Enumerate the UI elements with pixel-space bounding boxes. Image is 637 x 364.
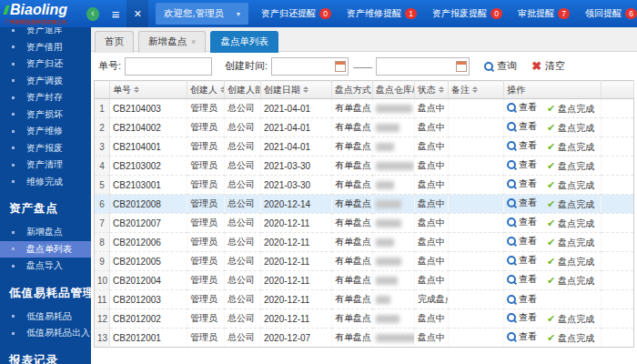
cell-creator: 管理员 <box>187 137 225 157</box>
view-button[interactable]: 查看 <box>507 273 537 286</box>
cell-creator: 管理员 <box>187 309 225 329</box>
cell-warehouse: 理点 <box>373 329 415 348</box>
view-button[interactable]: 查看 <box>507 120 537 133</box>
sidebar-item[interactable]: 资产归还 <box>0 56 91 73</box>
table-row[interactable]: 6CB2012008管理员总公司2020-12-14有单盘点盘点中查看✔盘点完成 <box>95 195 634 214</box>
cell-method: 有单盘点 <box>332 118 373 137</box>
view-button[interactable]: 查看 <box>507 139 537 152</box>
reminder-tab[interactable]: 领回提醒6 <box>585 7 637 20</box>
bullet-icon <box>12 147 15 149</box>
user-menu[interactable]: 欢迎您,管理员 ▾ <box>156 3 248 25</box>
complete-inventory-button[interactable]: ✔盘点完成 <box>547 198 594 211</box>
complete-inventory-button[interactable]: ✔盘点完成 <box>547 179 594 192</box>
table-row[interactable]: 9CB2012005管理员总公司2020-12-11有单盘点盘点中查看✔盘点完成 <box>95 252 634 271</box>
complete-inventory-button[interactable]: ✔盘点完成 <box>547 313 594 326</box>
sidebar-item[interactable]: 资产封存 <box>0 89 91 106</box>
view-button[interactable]: 查看 <box>507 101 537 114</box>
view-button[interactable]: 查看 <box>507 177 537 190</box>
sidebar-item[interactable]: 资产调拨 <box>0 73 91 90</box>
sort-icon <box>472 86 478 93</box>
view-button[interactable]: 查看 <box>507 158 537 171</box>
sidebar-item[interactable]: 资产损坏 <box>0 106 91 124</box>
sidebar-item[interactable]: 低值易耗品 <box>0 308 91 326</box>
reminder-tab[interactable]: 审批提醒7 <box>518 7 570 20</box>
complete-inventory-button[interactable]: ✔盘点完成 <box>547 103 594 116</box>
sidebar-section-title[interactable]: 资产盘点 <box>0 190 91 224</box>
table-row[interactable]: 2CB2104002管理员总公司2021-04-01有单盘点盘点中查看✔盘点完成 <box>95 118 634 137</box>
table-row[interactable]: 10CB2012004管理员总公司2020-12-11有单盘点盘点中查看✔盘点完… <box>95 271 634 290</box>
reminder-tab[interactable]: 资产维修提醒1 <box>347 7 417 20</box>
cell-status: 盘点中 <box>415 176 449 195</box>
complete-inventory-button[interactable]: ✔盘点完成 <box>547 256 594 268</box>
table-row[interactable]: 13CB2012001管理员总公司2020-12-07有单盘点理点盘点中查看✔盘… <box>95 329 634 348</box>
column-header[interactable]: 状态 <box>415 81 449 99</box>
complete-inventory-button[interactable]: ✔盘点完成 <box>547 275 594 288</box>
complete-inventory-button[interactable]: ✔盘点完成 <box>547 160 594 173</box>
cell-creator-dept: 总公司 <box>225 233 261 252</box>
cell-empty <box>602 214 634 233</box>
complete-inventory-button[interactable]: ✔盘点完成 <box>547 141 594 154</box>
content-tab[interactable]: 首页 <box>95 31 134 53</box>
reminder-tab[interactable]: 资产归还提醒0 <box>261 7 331 20</box>
complete-inventory-button[interactable]: ✔盘点完成 <box>547 217 594 230</box>
column-header[interactable]: 单号 <box>110 81 187 99</box>
sidebar-item[interactable]: 资产退库 <box>0 27 91 39</box>
view-button[interactable]: 查看 <box>507 254 537 267</box>
collapse-sidebar-icon[interactable]: ‹ <box>86 7 99 21</box>
table-row[interactable]: 12CB2012002管理员总公司2020-12-11有单盘点盘点中查看✔盘点完… <box>95 309 634 329</box>
table-row[interactable]: 8CB2012006管理员总公司2020-12-11有单盘点盘点中查看✔盘点完成 <box>95 233 634 252</box>
cell-warehouse <box>373 252 415 271</box>
sidebar-item[interactable]: 盘点单列表 <box>0 241 91 258</box>
sidebar-section-title[interactable]: 报表记录 <box>0 342 91 364</box>
cell-method: 有单盘点 <box>332 176 373 195</box>
sidebar-item[interactable]: 资产维修 <box>0 123 91 140</box>
table-row[interactable]: 5CB2103001管理员总公司2021-03-30有单盘点盘点中查看✔盘点完成 <box>95 176 634 195</box>
sidebar-item[interactable]: 资产借用 <box>0 39 91 56</box>
sidebar-section-title[interactable]: 低值易耗品管理 <box>0 275 91 308</box>
calendar-icon[interactable] <box>335 61 346 72</box>
order-no-input[interactable] <box>125 57 212 76</box>
view-button[interactable]: 查看 <box>507 311 537 324</box>
magnifier-icon <box>507 217 516 227</box>
sidebar-item[interactable]: 资产清理 <box>0 157 91 174</box>
redacted-text <box>376 105 412 113</box>
content-tab[interactable]: 盘点单列表 <box>210 31 278 53</box>
complete-inventory-button[interactable]: ✔盘点完成 <box>547 122 594 135</box>
search-button[interactable]: 查询 <box>484 59 517 73</box>
cell-actions: 查看✔盘点完成 <box>504 329 602 348</box>
column-header[interactable]: 创建人部门 <box>225 81 261 99</box>
magnifier-icon <box>507 103 516 112</box>
column-header[interactable]: 盘点仓库/部门 <box>373 81 415 99</box>
complete-inventory-button[interactable]: ✔盘点完成 <box>547 332 594 345</box>
column-header[interactable]: 盘点方式 <box>332 81 373 99</box>
column-header[interactable]: 创建人 <box>187 81 225 99</box>
sidebar-item[interactable]: 低值易耗品出入记录 <box>0 325 91 342</box>
complete-button-label: 盘点完成 <box>558 332 594 345</box>
view-button[interactable]: 查看 <box>507 330 537 343</box>
sidebar-item[interactable]: 新增盘点 <box>0 224 91 241</box>
view-button[interactable]: 查看 <box>507 216 537 228</box>
row-number: 2 <box>95 118 110 137</box>
view-button[interactable]: 查看 <box>507 197 537 209</box>
tab-close-icon[interactable]: × <box>191 37 196 46</box>
close-icon[interactable]: × <box>126 0 148 27</box>
hamburger-menu-icon[interactable]: ≡ <box>112 6 120 22</box>
calendar-icon[interactable] <box>456 61 467 72</box>
column-header[interactable]: 备注 <box>449 81 504 99</box>
clear-button[interactable]: ✖ 清空 <box>531 59 565 73</box>
sidebar-item[interactable]: 维修完成 <box>0 174 91 191</box>
reminder-tab[interactable]: 资产报废提醒0 <box>432 7 502 20</box>
sidebar-item[interactable]: 资产报废 <box>0 140 91 157</box>
complete-inventory-button[interactable]: ✔盘点完成 <box>547 237 594 249</box>
sidebar-item[interactable]: 盘点导入 <box>0 258 91 275</box>
table-row[interactable]: 11CB2012003管理员总公司2020-12-11有单盘点完成盘点查看 <box>95 290 634 309</box>
table-row[interactable]: 1CB2104003管理员总公司2021-04-01有单盘点盘点中查看✔盘点完成 <box>95 99 634 118</box>
cell-creator: 管理员 <box>187 252 225 271</box>
content-tab[interactable]: 新增盘点× <box>138 31 206 53</box>
table-row[interactable]: 3CB2104001管理员总公司2021-04-01有单盘点盘点中查看✔盘点完成 <box>95 137 634 157</box>
table-row[interactable]: 4CB2103002管理员总公司2021-03-30有单盘点理点盘点中查看✔盘点… <box>95 157 634 176</box>
table-row[interactable]: 7CB2012007管理员总公司2020-12-11有单盘点盘点中查看✔盘点完成 <box>95 214 634 233</box>
view-button[interactable]: 查看 <box>507 293 537 306</box>
view-button[interactable]: 查看 <box>507 235 537 248</box>
column-header[interactable]: 创建日期 <box>261 81 332 99</box>
